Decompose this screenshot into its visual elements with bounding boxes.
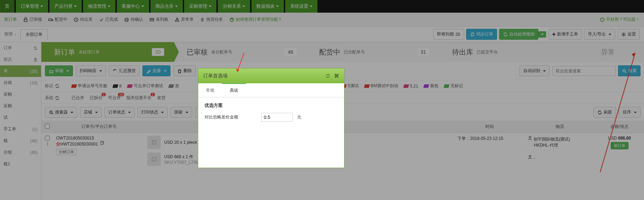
- import-export-button[interactable]: 导入/导出: [584, 29, 615, 40]
- svg-rect-13: [152, 141, 156, 144]
- nav-tab-orders[interactable]: 订单管理: [16, 0, 48, 13]
- user-icon[interactable]: [33, 58, 38, 62]
- refresh-icon: [470, 32, 475, 37]
- sidebar-item[interactable]: 核(46): [0, 135, 41, 147]
- filter-searcher[interactable]: 搜索器: [45, 107, 77, 118]
- sys-ship[interactable]: 发货: [157, 95, 166, 101]
- sidebar-item[interactable]: 采购: [0, 100, 41, 112]
- sidebar-item[interactable]: 分组(19): [0, 77, 41, 89]
- tags-label[interactable]: 标记: [45, 83, 66, 89]
- auto-rules-button[interactable]: 自动处理规则: [499, 29, 538, 40]
- nav-tab[interactable]: 系统设置: [285, 0, 317, 13]
- auto-detect-select[interactable]: 自动识别: [519, 65, 550, 76]
- tag-item[interactable]: BM测试中别动: [364, 83, 398, 89]
- subnav-out[interactable]: 待出库: [74, 17, 93, 22]
- copy-icon[interactable]: [99, 141, 104, 146]
- nav-tab[interactable]: 页: [0, 0, 14, 13]
- row-checkbox[interactable]: [45, 136, 50, 141]
- image-icon: [152, 140, 156, 145]
- nav-tab[interactable]: 产品刊登: [49, 0, 82, 13]
- subnav-help[interactable]: 如何使用订单管理功能？: [229, 17, 282, 22]
- subnav-unpaid[interactable]: 未到账: [149, 17, 168, 22]
- nav-tab[interactable]: 客服中心: [117, 0, 149, 13]
- sidebar-item[interactable]: 试: [0, 112, 41, 123]
- tag-item[interactable]: 发: [169, 83, 179, 89]
- add-manual-button[interactable]: ✚ 新增手工单: [548, 29, 582, 40]
- sidebar-item[interactable]: 订单: [0, 42, 41, 54]
- subnav-tasks[interactable]: 拣货任务: [200, 17, 223, 22]
- delete-button[interactable]: 删除: [173, 65, 196, 76]
- filter-shop[interactable]: 店铺: [80, 107, 102, 118]
- search-button[interactable]: 搜索: [618, 65, 640, 76]
- approve-button[interactable]: 审核: [45, 65, 73, 76]
- sys-customs[interactable]: 报关信息不全1: [126, 95, 152, 101]
- system-label[interactable]: 系统: [45, 95, 66, 101]
- tag-item[interactable]: 8: [113, 84, 122, 89]
- filter-printstatus[interactable]: 打印状态: [137, 107, 168, 118]
- stage-out[interactable]: 待出库已提交平台: [440, 42, 572, 62]
- expiring-button[interactable]: 即将到期 20: [433, 29, 464, 40]
- price-diff-input[interactable]: [261, 113, 293, 122]
- sidebar-item[interactable]: 单(20): [0, 65, 41, 77]
- nav-tab[interactable]: 数据报表: [251, 0, 284, 13]
- tab-general[interactable]: 常规: [198, 83, 222, 97]
- sidebar: 订单 状态 单(20) 分组(19) 采购 采购 试 手工单(1) 核(46) …: [0, 42, 41, 200]
- chevron-down-icon: [209, 6, 212, 7]
- subnav-approved[interactable]: 已审核: [23, 17, 42, 22]
- sort-button[interactable]: 排序: [619, 107, 640, 118]
- subnav-exception[interactable]: 异常单: [175, 17, 194, 22]
- subnav-picking[interactable]: 配货中: [48, 17, 67, 22]
- tag-icon: [168, 84, 174, 88]
- sys-merged[interactable]: 已合并: [72, 95, 84, 101]
- summary-button[interactable]: 汇总预货: [109, 65, 140, 76]
- subnav-done[interactable]: 已完成: [99, 17, 118, 22]
- scan-button[interactable]: 扫码响应: [76, 65, 106, 76]
- breadcrumb: 管理: [4, 31, 13, 37]
- settings-button[interactable]: 设置: [617, 29, 640, 40]
- refresh-button[interactable]: 刷新: [593, 107, 616, 118]
- subnav-new-order[interactable]: 新订单: [4, 17, 17, 22]
- tag-item[interactable]: 紫色: [424, 83, 438, 89]
- svg-point-11: [50, 111, 52, 113]
- tag-item[interactable]: 5.21: [404, 84, 418, 89]
- product-thumbnail: [147, 136, 161, 149]
- subnav-feedback[interactable]: 不好用？可以提！: [600, 17, 640, 22]
- refresh-icon[interactable]: [326, 73, 330, 78]
- select-all-checkbox[interactable]: [45, 124, 50, 129]
- tag-item[interactable]: 可合并订单测试: [127, 83, 163, 89]
- sys-mergeable[interactable]: 可合并16: [108, 95, 121, 101]
- svg-rect-17: [152, 157, 156, 161]
- breadcrumb-tab[interactable]: 全部订单: [20, 29, 48, 40]
- batch-button[interactable]: 批量: [142, 65, 170, 76]
- tag-icon: [403, 84, 409, 88]
- tag-item[interactable]: 无标记: [444, 83, 463, 89]
- question-icon: [600, 17, 605, 22]
- auto-rules-dropdown[interactable]: [538, 31, 546, 38]
- nav-tab[interactable]: 商品仓库: [150, 0, 183, 13]
- refresh-icon[interactable]: [33, 46, 38, 50]
- filter-orderstatus[interactable]: 订单状态: [105, 107, 135, 118]
- nav-tab[interactable]: 分销关系: [218, 0, 250, 13]
- stage-new[interactable]: 新订单未处理订单20: [41, 42, 174, 62]
- batch-search-input[interactable]: [552, 66, 616, 76]
- sidebar-item[interactable]: 分组(45): [0, 147, 41, 158]
- subnav-confirm[interactable]: 待确认: [124, 17, 143, 22]
- sidebar-item[interactable]: 核1: [0, 158, 41, 170]
- sidebar-item[interactable]: 手工单(1): [0, 123, 41, 135]
- sidebar-item[interactable]: 采购: [0, 89, 41, 100]
- sidebar-item[interactable]: 状态: [0, 54, 41, 65]
- filter-country[interactable]: 国家: [170, 107, 192, 118]
- sys-split[interactable]: 已拆分1: [90, 95, 102, 101]
- svg-point-19: [529, 155, 531, 157]
- tab-advanced[interactable]: 高级: [222, 83, 246, 97]
- stage-picking[interactable]: 配货中已分配单号31: [307, 42, 439, 62]
- sync-orders-button[interactable]: 同步订单: [466, 29, 497, 40]
- user-icon: [528, 155, 532, 160]
- nav-tab[interactable]: 采购管理: [184, 0, 216, 13]
- nav-tab[interactable]: 物流管理: [83, 0, 115, 13]
- stage-exception[interactable]: 异常: [572, 42, 644, 62]
- lock-icon: [49, 69, 54, 73]
- close-icon[interactable]: ✖: [334, 72, 339, 80]
- stage-approved[interactable]: 已审核未分配单号46: [174, 42, 307, 62]
- tag-item[interactable]: 申请运单号失败: [72, 83, 107, 89]
